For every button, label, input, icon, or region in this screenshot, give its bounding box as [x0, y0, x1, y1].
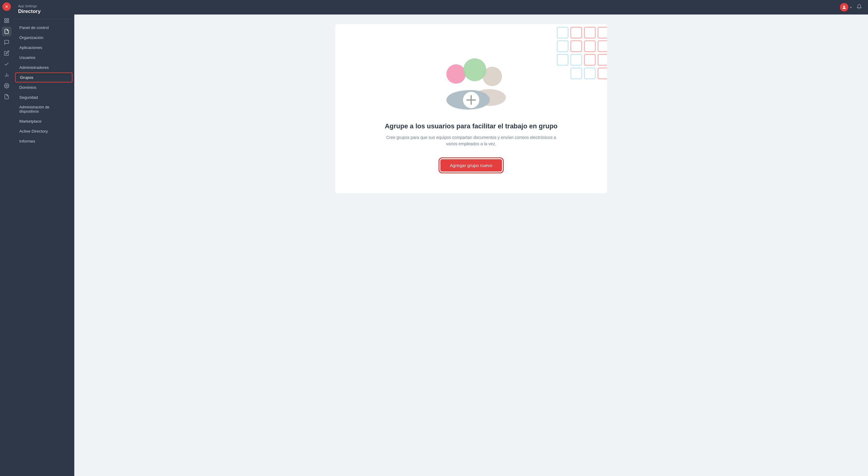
sidebar-item-organization[interactable]: Organización [13, 33, 74, 42]
decorative-pattern [504, 24, 607, 127]
icon-rail: ✕ [0, 0, 13, 476]
svg-rect-10 [584, 27, 595, 38]
rail-chart-icon[interactable] [2, 70, 11, 80]
svg-point-7 [6, 85, 7, 87]
chevron-down-icon: ▾ [850, 6, 852, 9]
svg-point-8 [843, 6, 845, 7]
sidebar: App Settings Directory Panel de control … [13, 0, 74, 476]
empty-state-description: Cree grupos para que sus equipos compart… [380, 134, 562, 147]
rail-file-icon[interactable] [2, 92, 11, 101]
svg-rect-13 [584, 41, 595, 52]
rail-edit-icon[interactable] [2, 48, 11, 58]
svg-rect-2 [4, 21, 6, 23]
svg-rect-11 [598, 27, 607, 38]
svg-rect-17 [598, 68, 607, 79]
rail-check-icon[interactable] [2, 59, 11, 69]
app-settings-label: App Settings [18, 4, 69, 8]
svg-rect-9 [571, 27, 582, 38]
svg-rect-12 [571, 41, 582, 52]
sidebar-item-admins[interactable]: Administradores [13, 63, 74, 72]
user-avatar [840, 3, 848, 11]
main-wrapper: ▾ [74, 0, 868, 476]
sidebar-nav: Panel de control Organización Aplicacion… [13, 19, 74, 150]
sidebar-item-groups[interactable]: Grupos [15, 72, 72, 83]
svg-rect-1 [7, 19, 9, 20]
sidebar-item-panel[interactable]: Panel de control [13, 23, 74, 33]
add-group-button[interactable]: Agregar grupo nuevo [440, 159, 502, 171]
close-icon: ✕ [5, 4, 8, 9]
svg-rect-18 [557, 27, 568, 38]
top-bar: ▾ [74, 0, 868, 14]
rail-page-icon[interactable] [2, 27, 11, 36]
svg-rect-21 [571, 54, 582, 65]
sidebar-title: Directory [18, 8, 69, 14]
sidebar-item-apps[interactable]: Aplicaciones [13, 42, 74, 53]
notification-bell-icon[interactable] [857, 4, 862, 10]
svg-rect-22 [571, 68, 582, 79]
sidebar-item-devices[interactable]: Administración de dispositivos [13, 102, 74, 116]
sidebar-header: App Settings Directory [13, 0, 74, 19]
svg-rect-0 [4, 19, 6, 20]
content-area: Agrupe a los usuarios para facilitar el … [74, 14, 868, 476]
sidebar-item-security[interactable]: Seguridad [13, 92, 74, 102]
rail-chat-icon[interactable] [2, 37, 11, 47]
svg-point-27 [446, 64, 466, 84]
top-bar-actions: ▾ [840, 3, 862, 11]
sidebar-item-reports[interactable]: Informes [13, 136, 74, 146]
svg-rect-14 [598, 41, 607, 52]
svg-rect-3 [7, 21, 9, 23]
sidebar-item-domains[interactable]: Dominios [13, 83, 74, 92]
group-illustration [429, 46, 514, 113]
svg-point-28 [463, 58, 486, 81]
sidebar-item-marketplace[interactable]: Marketplace [13, 116, 74, 126]
user-avatar-button[interactable]: ▾ [840, 3, 852, 11]
svg-rect-19 [557, 41, 568, 52]
sidebar-item-active-directory[interactable]: Active Directory [13, 126, 74, 136]
rail-home-icon[interactable] [2, 16, 11, 25]
svg-rect-23 [584, 68, 595, 79]
empty-state-card: Agrupe a los usuarios para facilitar el … [335, 24, 607, 193]
svg-rect-20 [557, 54, 568, 65]
sidebar-item-users[interactable]: Usuarios [13, 53, 74, 63]
rail-settings-icon[interactable] [2, 81, 11, 91]
svg-rect-16 [598, 54, 607, 65]
svg-rect-15 [584, 54, 595, 65]
close-button[interactable]: ✕ [2, 2, 11, 11]
